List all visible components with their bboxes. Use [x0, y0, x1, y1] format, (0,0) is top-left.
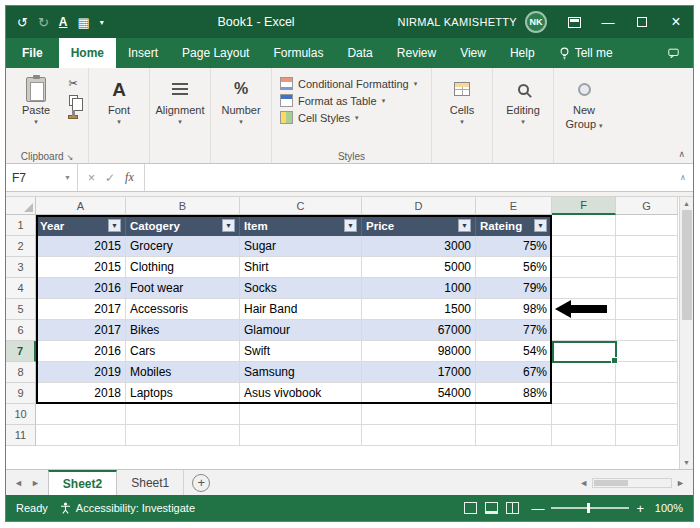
- cell-F3[interactable]: [552, 257, 616, 278]
- cell-A1[interactable]: Year▼: [36, 215, 126, 236]
- insert-function-button[interactable]: fx: [125, 170, 134, 185]
- cell-B5[interactable]: Accessoris: [126, 299, 240, 320]
- column-header-B[interactable]: B: [126, 197, 240, 215]
- row-header-8[interactable]: 8: [6, 362, 36, 383]
- cell-D6[interactable]: 67000: [362, 320, 476, 341]
- column-header-A[interactable]: A: [36, 197, 126, 215]
- cell-F6[interactable]: [552, 320, 616, 341]
- filter-button-price[interactable]: ▼: [458, 219, 471, 232]
- cell-F1[interactable]: [552, 215, 616, 236]
- tab-home[interactable]: Home: [59, 38, 116, 68]
- row-header-4[interactable]: 4: [6, 278, 36, 299]
- paste-button[interactable]: Paste ▾: [10, 72, 62, 147]
- cell-G9[interactable]: [616, 383, 678, 404]
- cell-D3[interactable]: 5000: [362, 257, 476, 278]
- hscroll-left-icon[interactable]: ◄: [579, 478, 588, 488]
- cut-button[interactable]: ✂: [65, 76, 81, 90]
- cell-F9[interactable]: [552, 383, 616, 404]
- tab-view[interactable]: View: [448, 38, 498, 68]
- cell-F11[interactable]: [552, 425, 616, 446]
- cell-C4[interactable]: Socks: [240, 278, 362, 299]
- qat-more-icon[interactable]: ▾: [97, 18, 107, 27]
- page-layout-view-button[interactable]: [485, 502, 498, 514]
- cell-A6[interactable]: 2017: [36, 320, 126, 341]
- cell-G4[interactable]: [616, 278, 678, 299]
- conditional-formatting-button[interactable]: Conditional Formatting▾: [280, 77, 417, 90]
- cell-E6[interactable]: 77%: [476, 320, 552, 341]
- zoom-slider[interactable]: [551, 507, 629, 509]
- cell-D5[interactable]: 1500: [362, 299, 476, 320]
- cell-E3[interactable]: 56%: [476, 257, 552, 278]
- cell-B3[interactable]: Clothing: [126, 257, 240, 278]
- cell-A4[interactable]: 2016: [36, 278, 126, 299]
- cell-G3[interactable]: [616, 257, 678, 278]
- cell-F4[interactable]: [552, 278, 616, 299]
- hscroll-right-icon[interactable]: ►: [676, 478, 685, 488]
- table-icon[interactable]: ▦: [74, 15, 92, 30]
- cell-D11[interactable]: [362, 425, 476, 446]
- zoom-in-button[interactable]: +: [636, 502, 644, 515]
- cell-styles-button[interactable]: Cell Styles▾: [280, 111, 417, 124]
- accessibility-checker[interactable]: Accessibility: Investigate: [60, 502, 195, 514]
- cell-A5[interactable]: 2017: [36, 299, 126, 320]
- cell-G1[interactable]: [616, 215, 678, 236]
- underline-icon[interactable]: A: [56, 15, 71, 29]
- cell-G8[interactable]: [616, 362, 678, 383]
- horizontal-scroll-thumb[interactable]: [594, 480, 628, 486]
- cell-C1[interactable]: Item▼: [240, 215, 362, 236]
- column-header-F[interactable]: F: [552, 197, 616, 215]
- cell-E10[interactable]: [476, 404, 552, 425]
- cell-A3[interactable]: 2015: [36, 257, 126, 278]
- zoom-slider-thumb[interactable]: [587, 503, 590, 513]
- number-button[interactable]: % Number ▾: [215, 72, 267, 147]
- undo-icon[interactable]: ↺: [14, 15, 31, 30]
- cell-E4[interactable]: 79%: [476, 278, 552, 299]
- cell-F2[interactable]: [552, 236, 616, 257]
- format-as-table-button[interactable]: Format as Table▾: [280, 94, 417, 107]
- cancel-formula-button[interactable]: ×: [88, 171, 95, 185]
- cell-C3[interactable]: Shirt: [240, 257, 362, 278]
- cell-C10[interactable]: [240, 404, 362, 425]
- cell-D7[interactable]: 98000: [362, 341, 476, 362]
- cell-F8[interactable]: [552, 362, 616, 383]
- column-header-C[interactable]: C: [240, 197, 362, 215]
- cell-D8[interactable]: 17000: [362, 362, 476, 383]
- editing-button[interactable]: Editing ▾: [497, 72, 549, 147]
- cell-G2[interactable]: [616, 236, 678, 257]
- sheet-nav-left-icon[interactable]: ◄: [14, 478, 23, 488]
- cell-G7[interactable]: [616, 341, 678, 362]
- cell-A11[interactable]: [36, 425, 126, 446]
- column-header-D[interactable]: D: [362, 197, 476, 215]
- select-all-corner[interactable]: [6, 197, 36, 215]
- cell-B7[interactable]: Cars: [126, 341, 240, 362]
- collapse-ribbon-button[interactable]: ∧: [678, 149, 685, 159]
- cell-B4[interactable]: Foot wear: [126, 278, 240, 299]
- cell-B2[interactable]: Grocery: [126, 236, 240, 257]
- ribbon-display-options-button[interactable]: [557, 6, 591, 38]
- sheet-tab-sheet1[interactable]: Sheet1: [117, 470, 184, 495]
- cell-C8[interactable]: Samsung: [240, 362, 362, 383]
- cell-C9[interactable]: Asus vivobook: [240, 383, 362, 404]
- tab-page-layout[interactable]: Page Layout: [170, 38, 261, 68]
- column-header-G[interactable]: G: [616, 197, 678, 215]
- cell-D10[interactable]: [362, 404, 476, 425]
- copy-button[interactable]: [65, 93, 81, 107]
- sheet-tab-sheet2[interactable]: Sheet2: [48, 470, 117, 495]
- cell-G10[interactable]: [616, 404, 678, 425]
- filter-button-year[interactable]: ▼: [108, 219, 121, 232]
- cell-G11[interactable]: [616, 425, 678, 446]
- cell-D9[interactable]: 54000: [362, 383, 476, 404]
- tab-review[interactable]: Review: [385, 38, 448, 68]
- row-header-7[interactable]: 7: [6, 341, 36, 362]
- tab-insert[interactable]: Insert: [116, 38, 170, 68]
- row-header-5[interactable]: 5: [6, 299, 36, 320]
- cell-C5[interactable]: Hair Band: [240, 299, 362, 320]
- cell-D2[interactable]: 3000: [362, 236, 476, 257]
- cell-A7[interactable]: 2016: [36, 341, 126, 362]
- column-header-E[interactable]: E: [476, 197, 552, 215]
- clipboard-dialog-launcher[interactable]: ↘: [67, 153, 74, 162]
- cell-B8[interactable]: Mobiles: [126, 362, 240, 383]
- cells-button[interactable]: Cells ▾: [436, 72, 488, 147]
- row-header-9[interactable]: 9: [6, 383, 36, 404]
- cell-B9[interactable]: Laptops: [126, 383, 240, 404]
